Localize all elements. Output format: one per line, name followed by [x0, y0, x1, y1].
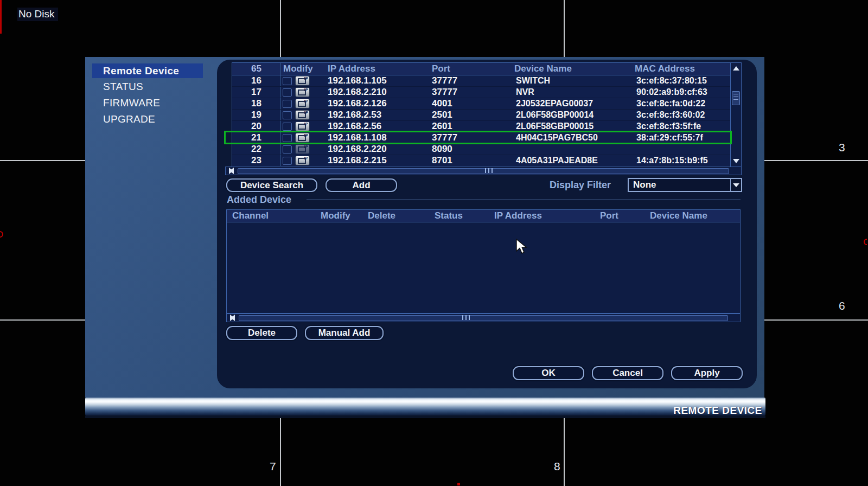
row-number: 23 — [232, 155, 281, 166]
device-name-cell: 2J0532EPAG00037 — [509, 98, 629, 109]
row-checkbox[interactable] — [283, 134, 292, 142]
scroll-down-button[interactable] — [731, 156, 741, 166]
ip-icon-label: IP — [304, 99, 308, 104]
ip-address-cell: 192.168.2.56 — [322, 121, 426, 132]
modify-ip-icon[interactable]: IP — [295, 99, 310, 108]
port-cell: 37777 — [426, 75, 509, 86]
mac-address-cell: 3c:ef:8c:37:80:15 — [629, 75, 730, 86]
channel-number-6: 6 — [839, 299, 845, 312]
add-button[interactable]: Add — [326, 178, 397, 192]
table-row[interactable]: 23IP192.168.2.21587014A05A31PAJEAD8E14:a… — [232, 155, 730, 167]
port-cell: 8701 — [426, 155, 509, 166]
row-checkbox[interactable] — [283, 123, 292, 131]
table-row[interactable]: 18IP192.168.2.12640012J0532EPAG000373c:e… — [232, 98, 730, 110]
table-row[interactable]: 20IP192.168.2.5626012L06F58GBP000153c:ef… — [232, 121, 730, 132]
row-number: 22 — [232, 144, 281, 155]
device-name-cell: SWITCH — [509, 75, 629, 86]
column-header: Device Name — [644, 210, 740, 222]
sidebar-item-status[interactable]: STATUS — [92, 79, 203, 94]
ip-icon-label: IP — [304, 76, 308, 81]
scroll-right-button[interactable] — [226, 166, 236, 176]
manual-add-button[interactable]: Manual Add — [305, 326, 384, 340]
display-filter-dropdown[interactable]: None — [628, 178, 742, 192]
sidebar-item-upgrade[interactable]: UPGRADE — [92, 112, 203, 126]
column-header: Modify — [281, 63, 322, 75]
device-search-table: 65ModifyIP AddressPortDevice NameMAC Add… — [232, 62, 742, 167]
column-header: IP Address — [489, 210, 595, 222]
ip-address-cell: 192.168.2.215 — [322, 155, 426, 166]
column-header: Port — [595, 210, 644, 222]
scrollbar-thumb[interactable] — [732, 91, 740, 105]
modify-ip-icon[interactable]: IP — [295, 133, 310, 143]
right-arrow-icon — [229, 168, 233, 174]
added-device-table: ChannelModifyDeleteStatusIP AddressPortD… — [226, 209, 741, 314]
table-row[interactable]: 16IP192.168.1.10537777SWITCH3c:ef:8c:37:… — [232, 75, 730, 87]
device-name-cell: 4A05A31PAJEAD8E — [509, 155, 629, 166]
delete-button[interactable]: Delete — [226, 326, 297, 340]
device-search-button[interactable]: Device Search — [226, 178, 317, 192]
ip-icon-label: IP — [304, 133, 308, 138]
vertical-scrollbar[interactable] — [730, 63, 741, 167]
mouse-cursor — [515, 239, 529, 255]
table-row[interactable]: 19IP192.168.2.5325012L06F58GBP000143c:ef… — [232, 110, 730, 121]
row-checkbox[interactable] — [283, 100, 292, 108]
row-checkbox[interactable] — [283, 77, 292, 85]
modify-ip-icon[interactable]: IP — [295, 110, 310, 120]
column-header: Modify — [315, 210, 362, 222]
ip-address-cell: 192.168.1.108 — [322, 132, 426, 143]
mac-address-cell: 38:af:29:cf:55:7f — [629, 132, 730, 143]
apply-button[interactable]: Apply — [671, 366, 743, 380]
mac-address-cell — [629, 144, 730, 155]
port-cell: 37777 — [426, 132, 509, 143]
modify-cell: IP — [281, 144, 322, 155]
row-number: 16 — [232, 75, 281, 86]
row-number: 21 — [232, 132, 281, 143]
scrollbar-thumb[interactable] — [238, 168, 729, 174]
row-checkbox[interactable] — [283, 145, 292, 154]
row-number: 18 — [232, 98, 281, 109]
modify-ip-icon[interactable]: IP — [295, 87, 310, 97]
table-row[interactable]: 17IP192.168.2.21037777NVR90:02:a9:b9:cf:… — [232, 87, 730, 98]
ip-address-cell: 192.168.2.220 — [322, 144, 426, 155]
remote-device-dialog: Remote Device STATUS FIRMWARE UPGRADE 65… — [85, 57, 764, 398]
column-header: MAC Address — [629, 63, 730, 75]
ok-button[interactable]: OK — [513, 366, 584, 380]
sidebar-item-firmware[interactable]: FIRMWARE — [92, 95, 203, 110]
column-header: IP Address — [322, 63, 426, 75]
row-checkbox[interactable] — [283, 88, 292, 97]
row-number: 20 — [232, 121, 281, 132]
scroll-right-button[interactable] — [227, 313, 237, 323]
display-filter-label: Display Filter — [550, 180, 611, 191]
section-divider — [307, 200, 741, 200]
channel-number-3: 3 — [839, 141, 845, 154]
sidebar-item-remote-device[interactable]: Remote Device — [92, 63, 203, 78]
device-name-cell: 2L06F58GBP00014 — [509, 110, 629, 120]
modify-cell: IP — [281, 75, 322, 86]
dropdown-arrow-button[interactable] — [730, 179, 741, 191]
column-header-count: 65 — [232, 63, 281, 75]
row-checkbox[interactable] — [283, 157, 292, 165]
modify-ip-icon[interactable]: IP — [295, 76, 310, 86]
horizontal-scrollbar[interactable] — [225, 167, 742, 175]
ip-icon-label: IP — [304, 156, 308, 161]
port-cell: 2501 — [426, 110, 509, 120]
ip-icon-label: IP — [304, 122, 308, 126]
modify-cell: IP — [281, 155, 322, 166]
scrollbar-thumb[interactable] — [239, 315, 728, 321]
down-arrow-icon — [733, 159, 739, 163]
row-checkbox[interactable] — [283, 111, 292, 119]
title-bar-shadow — [85, 415, 765, 418]
modify-ip-icon[interactable]: IP — [295, 144, 310, 154]
video-artifact — [457, 483, 460, 485]
mac-address-cell: 3c:ef:8c:f3:60:02 — [629, 110, 730, 120]
added-device-table-header: ChannelModifyDeleteStatusIP AddressPortD… — [227, 210, 740, 222]
table-row[interactable]: 21IP192.168.1.108377774H04C15PAG7BC5038:… — [232, 132, 730, 144]
modify-ip-icon[interactable]: IP — [295, 122, 310, 131]
ip-icon-label: IP — [304, 111, 308, 115]
scroll-up-button[interactable] — [731, 63, 741, 73]
cancel-button[interactable]: Cancel — [592, 366, 663, 380]
horizontal-scrollbar[interactable] — [226, 314, 741, 322]
row-number: 19 — [232, 110, 281, 120]
modify-ip-icon[interactable]: IP — [295, 156, 310, 165]
table-row[interactable]: 22IP192.168.2.2208090 — [232, 144, 730, 155]
